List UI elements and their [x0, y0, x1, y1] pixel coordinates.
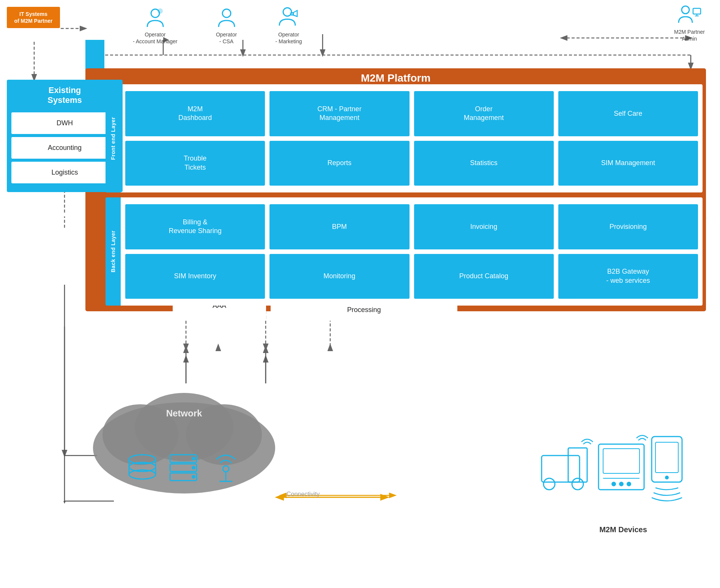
fe-box-reports: Reports — [269, 141, 409, 186]
svg-rect-79 — [652, 437, 682, 482]
svg-point-63 — [192, 457, 195, 460]
svg-point-65 — [192, 475, 195, 479]
operator-csa: Operator- CSA — [216, 7, 238, 45]
svg-point-42 — [222, 9, 231, 17]
operator-marketing: Operator- Marketing — [276, 5, 302, 45]
operator-marketing-icon — [276, 5, 301, 29]
svg-point-41 — [158, 8, 163, 14]
svg-marker-35 — [63, 501, 66, 504]
operator-account-manager-label: Operator- Account Manager — [133, 31, 178, 45]
fe-box-order-management: OrderManagement — [414, 91, 554, 136]
svg-point-76 — [611, 482, 616, 486]
svg-point-72 — [572, 478, 583, 490]
be-box-monitoring: Monitoring — [269, 254, 409, 299]
svg-rect-74 — [603, 449, 640, 473]
front-end-grid: M2MDashboard CRM - PartnerManagement Ord… — [121, 84, 703, 192]
operator-csa-icon — [216, 7, 238, 29]
svg-rect-44 — [291, 13, 293, 15]
fe-box-crm-partner: CRM - PartnerManagement — [269, 91, 409, 136]
it-systems-label: IT Systemsof M2M Partner — [14, 11, 52, 24]
svg-rect-46 — [693, 8, 701, 14]
operator-csa-label: Operator- CSA — [216, 31, 237, 45]
be-box-billing: Billing &Revenue Sharing — [125, 204, 265, 249]
be-box-invoicing: Invoicing — [414, 204, 554, 249]
diagram-container: IT Systemsof M2M Partner Operator- Accou… — [0, 0, 720, 588]
fe-box-trouble-tickets: TroubleTickets — [125, 141, 265, 186]
be-box-sim-inventory: SIM Inventory — [125, 254, 265, 299]
svg-point-64 — [192, 466, 195, 470]
m2m-partner-admin-label: M2M PartnerAdmin — [674, 28, 705, 42]
fe-box-self-care: Self Care — [558, 91, 698, 136]
m2m-partner-admin: M2M PartnerAdmin — [674, 5, 705, 42]
be-box-provisioning: Provisioning — [558, 204, 698, 249]
existing-system-dwh: DWH — [11, 112, 118, 134]
be-box-product-catalog: Product Catalog — [414, 254, 554, 299]
m2m-partner-admin-icon — [677, 5, 702, 27]
fe-box-m2m-dashboard: M2MDashboard — [125, 91, 265, 136]
be-box-b2b-gateway: B2B Gateway- web services — [558, 254, 698, 299]
existing-system-accounting: Accounting — [11, 137, 118, 159]
svg-point-77 — [619, 482, 624, 486]
svg-point-52 — [135, 393, 233, 461]
svg-point-81 — [665, 476, 669, 479]
m2m-devices-svg — [538, 425, 709, 539]
be-box-bpm: BPM — [269, 204, 409, 249]
it-systems-box: IT Systemsof M2M Partner — [7, 7, 60, 28]
svg-point-71 — [544, 478, 555, 490]
operator-marketing-label: Operator- Marketing — [276, 31, 302, 45]
fe-box-sim-management: SIM Management — [558, 141, 698, 186]
front-end-label-wrapper: Front end Layer — [106, 84, 121, 192]
svg-rect-80 — [655, 442, 678, 473]
existing-systems-title: ExistingSystems — [11, 85, 118, 106]
back-end-label-wrapper: Back end Layer — [106, 197, 121, 306]
connectivity-label: Connectivity — [287, 491, 320, 498]
operator-account-manager-icon — [144, 7, 166, 29]
network-area: Network — [84, 364, 285, 501]
existing-system-logistics: Logistics — [11, 162, 118, 183]
svg-point-45 — [682, 6, 689, 14]
network-cloud-svg — [84, 364, 285, 501]
back-end-grid: Billing &Revenue Sharing BPM Invoicing P… — [121, 197, 703, 306]
front-end-layer-label: Front end Layer — [110, 117, 116, 160]
svg-rect-70 — [568, 448, 587, 482]
back-end-layer-label: Back end Layer — [110, 230, 116, 273]
svg-point-78 — [627, 482, 631, 486]
operators-row: Operator- Account Manager Operator- CSA … — [133, 5, 302, 45]
network-label: Network — [166, 408, 202, 419]
m2m-devices-area: M2M Devices — [538, 425, 709, 534]
operator-account-manager: Operator- Account Manager — [133, 7, 178, 45]
svg-point-43 — [283, 8, 291, 16]
fe-box-statistics: Statistics — [414, 141, 554, 186]
